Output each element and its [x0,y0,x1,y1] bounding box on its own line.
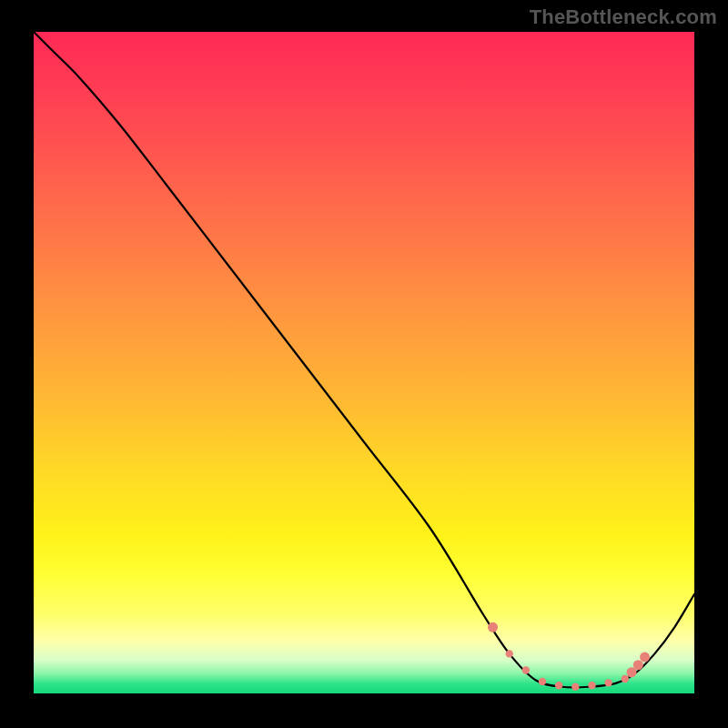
bottleneck-curve [34,32,694,687]
chart-stage: TheBottleneck.com [0,0,728,728]
marker-dot [539,678,546,685]
plot-area [34,32,694,693]
marker-dot [633,660,643,670]
chart-svg [34,32,694,693]
watermark-text: TheBottleneck.com [530,5,717,29]
marker-dot [622,675,629,682]
marker-dot [604,679,612,686]
marker-dot [506,650,513,657]
marker-dot [588,682,595,689]
marker-dot [640,652,650,662]
marker-dot [488,622,498,632]
marker-dot [555,682,562,689]
marker-dot [571,683,579,691]
marker-dot [522,666,530,673]
